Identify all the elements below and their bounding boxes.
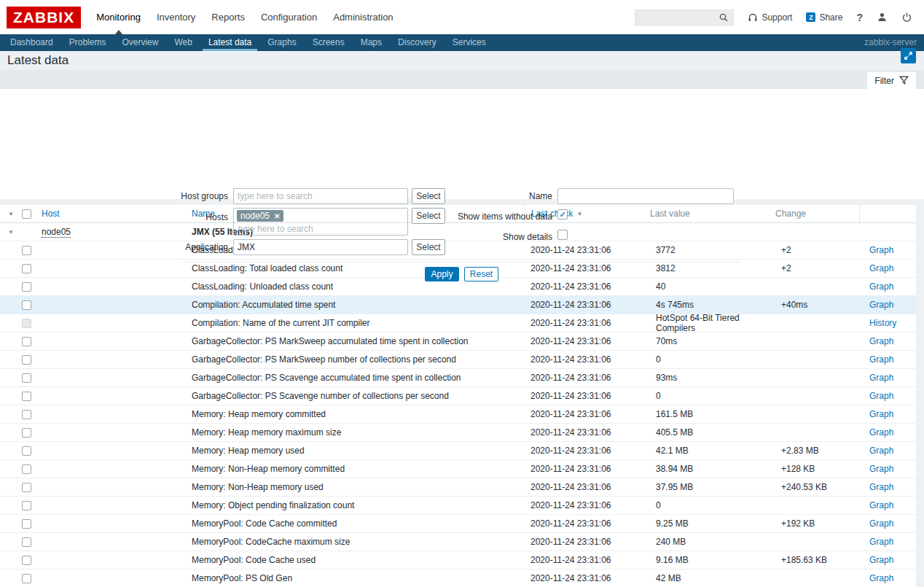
filter-tab[interactable]: Filter <box>867 72 916 89</box>
row-checkbox[interactable] <box>22 464 31 474</box>
menu-item-reports[interactable]: Reports <box>203 0 253 34</box>
item-last-check: 2020-11-24 23:31:06 <box>530 387 656 405</box>
filter-divider <box>182 262 740 263</box>
graph-link[interactable]: Graph <box>869 427 893 438</box>
row-checkbox[interactable] <box>22 355 31 365</box>
share-icon: Z <box>806 12 815 22</box>
row-checkbox[interactable] <box>22 519 31 529</box>
item-last-check: 2020-11-24 23:31:06 <box>530 424 656 441</box>
item-name: Memory: Heap memory maximum size <box>192 427 530 438</box>
subnav-item-graphs[interactable]: Graphs <box>259 34 304 51</box>
graph-link[interactable]: Graph <box>869 482 893 492</box>
item-last-value: 0 <box>656 500 781 510</box>
share-link[interactable]: Z Share <box>806 12 842 23</box>
graph-link[interactable]: Graph <box>869 409 893 419</box>
row-checkbox[interactable] <box>22 337 31 346</box>
graph-link[interactable]: Graph <box>869 537 893 547</box>
graph-link[interactable]: Graph <box>869 336 893 346</box>
signout-icon[interactable] <box>901 12 912 23</box>
item-last-check: 2020-11-24 23:31:06 <box>530 515 656 532</box>
graph-link[interactable]: Graph <box>869 354 893 365</box>
item-last-value: 93ms <box>656 373 781 383</box>
global-search[interactable] <box>635 9 734 26</box>
row-checkbox[interactable] <box>22 537 31 547</box>
graph-link[interactable]: Graph <box>869 573 893 583</box>
row-checkbox[interactable] <box>22 483 31 492</box>
show-items-without-data-checkbox[interactable]: ✓ <box>557 209 568 219</box>
search-icon[interactable] <box>719 12 733 23</box>
page-title: Latest data <box>0 53 68 68</box>
row-checkbox[interactable] <box>22 410 31 419</box>
row-checkbox[interactable] <box>22 501 31 510</box>
graph-link[interactable]: Graph <box>869 281 893 292</box>
row-checkbox[interactable] <box>22 282 31 292</box>
menu-item-inventory[interactable]: Inventory <box>149 0 203 34</box>
graph-link[interactable]: Graph <box>869 373 893 383</box>
menu-item-configuration[interactable]: Configuration <box>253 0 325 34</box>
subnav-item-problems[interactable]: Problems <box>61 34 114 51</box>
subnav-item-discovery[interactable]: Discovery <box>390 34 445 51</box>
row-checkbox[interactable] <box>22 300 31 310</box>
help-icon[interactable]: ? <box>856 12 863 23</box>
table-row: MemoryPool: PS Old Gen 2020-11-24 23:31:… <box>0 569 916 587</box>
graph-link[interactable]: Graph <box>869 446 893 456</box>
history-link[interactable]: History <box>869 318 896 328</box>
chip-remove-icon[interactable]: ✕ <box>274 212 280 220</box>
row-checkbox[interactable] <box>22 392 31 401</box>
item-last-value: 38.94 MB <box>656 464 781 474</box>
row-checkbox[interactable] <box>22 373 31 383</box>
graph-link[interactable]: Graph <box>869 263 893 273</box>
item-name: MemoryPool: Code Cache used <box>192 555 530 565</box>
item-last-value: 161.5 MB <box>656 409 781 419</box>
user-icon[interactable] <box>877 12 888 23</box>
graph-link[interactable]: Graph <box>869 464 893 474</box>
subnav-item-web[interactable]: Web <box>166 34 200 51</box>
share-label: Share <box>819 12 842 23</box>
row-checkbox <box>22 319 31 328</box>
row-checkbox[interactable] <box>22 556 31 565</box>
item-name: GarbageCollector: PS Scavenge number of … <box>192 391 530 401</box>
group-collapse-caret-icon[interactable]: ▼ <box>0 229 22 236</box>
item-change: +185.63 KB <box>781 555 865 565</box>
show-items-without-data-label: Show items without data <box>379 211 552 222</box>
menu-item-administration[interactable]: Administration <box>325 0 401 34</box>
host-chip: node05 ✕ <box>237 210 283 222</box>
item-name: GarbageCollector: PS MarkSweep number of… <box>192 354 530 365</box>
name-input[interactable] <box>557 188 734 204</box>
item-name: Memory: Non-Heap memory used <box>192 482 530 492</box>
item-name: GarbageCollector: PS Scavenge accumulate… <box>192 373 530 383</box>
search-input[interactable] <box>635 12 719 23</box>
item-last-check: 2020-11-24 23:31:06 <box>530 442 656 459</box>
row-checkbox[interactable] <box>22 428 31 438</box>
apply-button[interactable]: Apply <box>425 267 459 281</box>
subnav-item-services[interactable]: Services <box>445 34 494 51</box>
subnav-item-maps[interactable]: Maps <box>353 34 390 51</box>
show-details-checkbox[interactable] <box>557 230 568 240</box>
filter-panel: Host groups Select Hosts node05 ✕ type h… <box>0 89 924 199</box>
expand-arrows-icon <box>904 51 913 61</box>
support-link[interactable]: Support <box>748 12 792 23</box>
menu-item-monitoring[interactable]: Monitoring <box>88 0 149 34</box>
graph-link[interactable]: Graph <box>869 518 893 529</box>
graph-link[interactable]: Graph <box>869 245 893 255</box>
zabbix-logo[interactable]: ZABBIX <box>7 7 81 28</box>
subnav-item-screens[interactable]: Screens <box>305 34 353 51</box>
subnav-item-latest-data[interactable]: Latest data <box>200 34 259 51</box>
graph-link[interactable]: Graph <box>869 555 893 565</box>
group-host-name[interactable]: node05 <box>42 227 71 238</box>
subnav-item-dashboard[interactable]: Dashboard <box>2 34 61 51</box>
item-name: MemoryPool: PS Old Gen <box>192 573 530 583</box>
row-checkbox[interactable] <box>22 446 31 456</box>
fullscreen-button[interactable] <box>901 48 916 63</box>
reset-button[interactable]: Reset <box>464 267 498 281</box>
graph-link[interactable]: Graph <box>869 391 893 401</box>
row-checkbox[interactable] <box>22 264 31 273</box>
row-checkbox[interactable] <box>22 574 31 583</box>
subnav-item-overview[interactable]: Overview <box>114 34 166 51</box>
item-last-check: 2020-11-24 23:31:06 <box>530 314 656 332</box>
graph-link[interactable]: Graph <box>869 300 893 310</box>
item-last-value: 42 MB <box>656 573 781 583</box>
graph-link[interactable]: Graph <box>869 500 893 510</box>
table-row: Memory: Heap memory committed 2020-11-24… <box>0 405 916 424</box>
item-name: Compilation: Name of the current JIT com… <box>192 318 530 328</box>
